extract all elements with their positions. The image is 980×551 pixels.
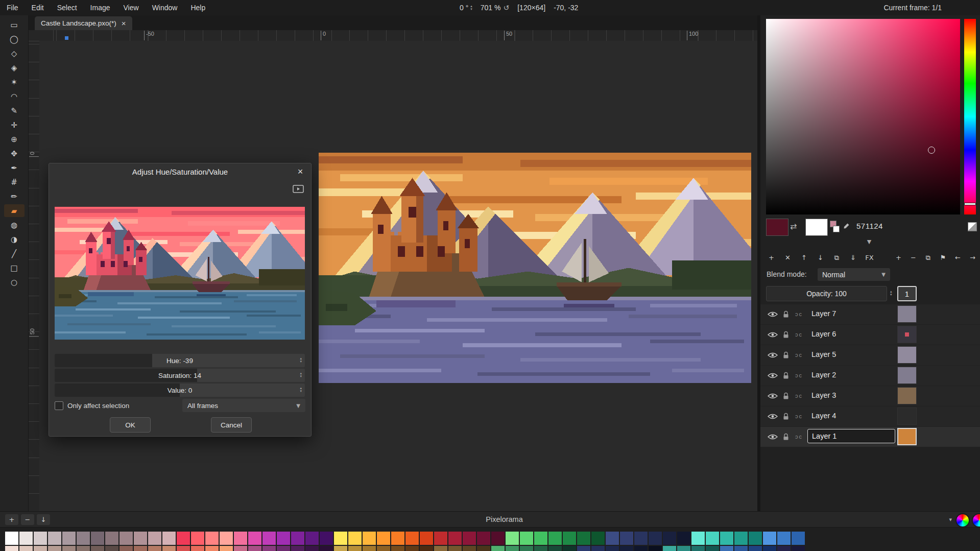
bucket-tool[interactable]: ◍ (4, 219, 25, 231)
color-select-tool[interactable]: ◈ (4, 61, 25, 74)
merge-layer-down-button[interactable]: ⇓ (847, 252, 859, 263)
palette-swatch[interactable] (405, 532, 419, 545)
zoom-tool[interactable]: ⊕ (4, 133, 25, 146)
remove-layer-button[interactable]: ✕ (781, 252, 794, 263)
rectangle-select-tool[interactable]: ▭ (4, 18, 25, 31)
palette-swatch[interactable] (548, 546, 562, 551)
import-palette-button[interactable]: ↓ (37, 514, 50, 525)
frame-1-button[interactable]: 1 (897, 286, 917, 301)
palette-swatch[interactable] (48, 546, 61, 551)
hex-color-input[interactable]: 571124 (856, 222, 883, 230)
palette-swatch[interactable] (534, 546, 547, 551)
color-mode-icon[interactable] (968, 222, 977, 231)
hue-slider[interactable]: Hue: -39▴▾ (55, 354, 305, 367)
palette-swatch[interactable] (563, 532, 576, 545)
palette-swatch[interactable] (649, 546, 662, 551)
layer-lock-icon[interactable] (783, 310, 789, 320)
layer-visibility-icon[interactable] (768, 393, 778, 401)
palette-swatch[interactable] (191, 532, 204, 545)
palette-swatch[interactable] (720, 546, 733, 551)
menu-file[interactable]: File (0, 2, 25, 14)
palette-swatch[interactable] (277, 546, 290, 551)
clone-layer-button[interactable]: ⧉ (830, 252, 843, 263)
palette-swatch[interactable] (91, 532, 104, 545)
cel-link-icon[interactable]: ɔc (795, 372, 803, 378)
tab-close-icon[interactable]: × (122, 19, 126, 28)
hue-spinner[interactable]: ▴▾ (300, 357, 302, 363)
palette-swatch[interactable] (162, 546, 176, 551)
palette-swatch[interactable] (234, 546, 247, 551)
palette-swatch[interactable] (563, 546, 576, 551)
layer-visibility-icon[interactable] (768, 352, 778, 360)
color-picker-tool[interactable]: ✒ (4, 161, 25, 174)
layer-lock-icon[interactable] (783, 331, 789, 340)
opacity-slider[interactable]: Opacity: 100 (766, 286, 887, 301)
hue-slider[interactable] (964, 19, 976, 214)
crop-tool[interactable]: # (4, 176, 25, 188)
move-frame-left-button[interactable]: ← (951, 252, 964, 263)
palette-swatch[interactable] (148, 546, 161, 551)
palette-swatch[interactable] (119, 532, 133, 545)
clone-frame-button[interactable]: ⧉ (922, 252, 935, 263)
menu-image[interactable]: Image (84, 2, 117, 14)
picker-expand-chevron-icon[interactable]: ▼ (863, 238, 876, 245)
palette-swatch[interactable] (520, 546, 533, 551)
menu-select[interactable]: Select (51, 2, 84, 14)
palette-swatch[interactable] (305, 532, 319, 545)
saturation-spinner[interactable]: ▴▾ (300, 372, 302, 378)
palette-swatch[interactable] (463, 546, 476, 551)
zoom-reset-icon[interactable]: ↺ (504, 4, 510, 12)
palette-swatch[interactable] (134, 546, 147, 551)
layer-thumbnail[interactable] (897, 428, 917, 445)
palette-swatch[interactable] (434, 546, 447, 551)
cel-link-icon[interactable]: ɔc (795, 331, 803, 338)
cancel-button[interactable]: Cancel (211, 417, 252, 433)
polygon-select-tool[interactable]: ◇ (4, 47, 25, 60)
palette-swatch[interactable] (477, 532, 490, 545)
palette-swatch[interactable] (305, 546, 319, 551)
layer-visibility-icon[interactable] (768, 372, 778, 380)
palette-swatch[interactable] (5, 532, 18, 545)
palette-swatch[interactable] (506, 546, 519, 551)
palette-swatch[interactable] (792, 532, 805, 545)
ellipse-select-tool[interactable]: ◯ (4, 33, 25, 45)
layer-visibility-icon[interactable] (768, 331, 778, 340)
secondary-color-swatch[interactable] (805, 219, 828, 236)
shading-tool[interactable]: ◑ (4, 233, 25, 246)
add-palette-color-button[interactable]: + (5, 514, 18, 525)
menu-view[interactable]: View (117, 2, 146, 14)
palette-swatch[interactable] (506, 532, 519, 545)
palette-swatch[interactable] (105, 546, 118, 551)
move-layer-up-button[interactable]: ↑ (798, 252, 810, 263)
menu-window[interactable]: Window (146, 2, 184, 14)
palette-swatch[interactable] (691, 546, 705, 551)
palette-swatch[interactable] (262, 532, 276, 545)
palette-swatch[interactable] (792, 546, 805, 551)
palette-swatch[interactable] (706, 532, 719, 545)
layer-lock-icon[interactable] (783, 372, 789, 381)
dialog-close-icon[interactable]: × (295, 166, 306, 177)
palette-swatch[interactable] (220, 532, 233, 545)
frames-dropdown[interactable]: All frames ▼ (182, 399, 305, 412)
palette-swatch[interactable] (777, 546, 791, 551)
palette-swatch[interactable] (706, 546, 719, 551)
layer-thumbnail[interactable] (897, 305, 917, 323)
palette-swatch[interactable] (606, 532, 619, 545)
palette-swatch[interactable] (420, 546, 433, 551)
palette-swatch[interactable] (148, 532, 161, 545)
palette-swatch[interactable] (763, 546, 776, 551)
palette-swatch[interactable] (448, 546, 462, 551)
palette-swatch[interactable] (277, 532, 290, 545)
palette-swatch[interactable] (491, 546, 505, 551)
picker-cursor[interactable] (928, 147, 935, 154)
move-layer-down-button[interactable]: ↓ (814, 252, 827, 263)
palette-swatch[interactable] (677, 532, 690, 545)
palette-swatch[interactable] (34, 532, 47, 545)
palette-swatch[interactable] (491, 532, 505, 545)
lasso-tool[interactable]: ◠ (4, 90, 25, 103)
remove-palette-color-button[interactable]: − (21, 514, 34, 525)
palette-swatch[interactable] (691, 532, 705, 545)
palette-swatch[interactable] (320, 532, 333, 545)
move-frame-right-button[interactable]: → (966, 252, 979, 263)
palette-swatch[interactable] (119, 546, 133, 551)
